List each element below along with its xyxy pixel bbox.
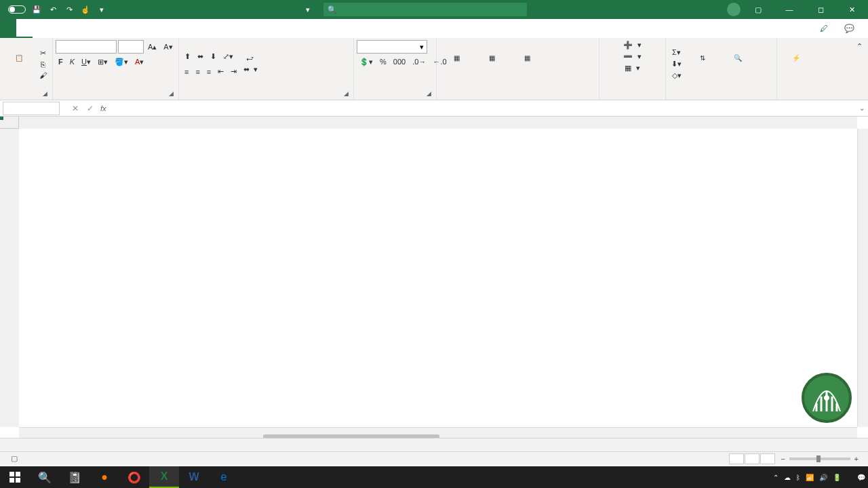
tab-review[interactable] — [98, 19, 114, 38]
search-input[interactable] — [341, 5, 523, 14]
currency-button[interactable]: 💲▾ — [357, 56, 376, 68]
zoom-slider[interactable] — [789, 458, 850, 460]
page-break-view-button[interactable] — [760, 453, 775, 464]
indent-inc-button[interactable]: ⇥ — [228, 66, 239, 77]
tab-file[interactable] — [0, 19, 16, 38]
underline-button[interactable]: U▾ — [79, 56, 94, 68]
tab-view[interactable] — [114, 19, 130, 38]
format-painter-button[interactable]: 🖌 — [37, 70, 50, 81]
fill-color-button[interactable]: 🪣▾ — [112, 56, 131, 68]
taskbar-app-2[interactable]: ● — [90, 466, 119, 488]
sort-filter-button[interactable]: ⇅ — [686, 42, 719, 87]
taskbar-app-3[interactable]: ⭕ — [119, 466, 149, 488]
taskbar-edge[interactable]: e — [209, 466, 239, 488]
tray-onedrive-icon[interactable]: ☁ — [784, 474, 791, 481]
horizontal-scrollbar[interactable] — [19, 427, 857, 438]
align-bottom-button[interactable]: ⬇ — [208, 51, 219, 62]
spreadsheet-grid[interactable] — [0, 117, 868, 438]
fill-button[interactable]: ⬇▾ — [669, 58, 684, 70]
clipboard-launcher[interactable]: ◢ — [43, 90, 51, 98]
align-middle-button[interactable]: ⬌ — [195, 51, 206, 62]
save-icon[interactable]: 💾 — [31, 4, 42, 15]
notifications-icon[interactable]: 💬 — [857, 474, 865, 481]
autosave-toggle[interactable] — [5, 5, 26, 14]
copy-button[interactable]: ⎘ — [37, 59, 50, 70]
tray-volume-icon[interactable]: 🔊 — [819, 474, 827, 481]
number-launcher[interactable]: ◢ — [427, 90, 435, 98]
macro-record-icon[interactable]: ▢ — [11, 454, 18, 463]
tab-help[interactable] — [130, 19, 146, 38]
taskbar-excel[interactable]: X — [149, 466, 179, 488]
format-cells-button[interactable]: ▦ ▾ — [602, 62, 663, 74]
redo-icon[interactable]: ↷ — [64, 4, 75, 15]
font-size-combo[interactable] — [118, 40, 144, 54]
cell-styles-button[interactable]: ▦ — [510, 42, 544, 87]
expand-formula-bar-icon[interactable]: ⌄ — [856, 104, 868, 112]
tab-start[interactable] — [16, 19, 33, 38]
tab-data[interactable] — [81, 19, 98, 38]
delete-cells-button[interactable]: ➖ ▾ — [602, 51, 663, 62]
font-color-button[interactable]: A▾ — [132, 56, 146, 68]
indent-dec-button[interactable]: ⇤ — [215, 66, 226, 77]
fx-icon[interactable]: fx — [98, 104, 109, 113]
comma-button[interactable]: 000 — [391, 56, 408, 67]
ideas-button[interactable]: ⚡ — [780, 42, 812, 87]
clear-button[interactable]: ◇▾ — [669, 70, 684, 81]
cut-button[interactable]: ✂ — [37, 47, 50, 59]
taskbar-app-1[interactable]: 📓 — [60, 466, 90, 488]
page-layout-view-button[interactable] — [745, 453, 760, 464]
find-select-button[interactable]: 🔍 — [721, 42, 755, 87]
tab-formulas[interactable] — [65, 19, 81, 38]
share-button[interactable]: 🖊 — [814, 22, 836, 35]
format-as-table-button[interactable]: ▦ — [475, 42, 509, 87]
inc-decimal-button[interactable]: .0→ — [410, 56, 429, 67]
taskbar-word[interactable]: W — [179, 466, 209, 488]
scrollbar-thumb[interactable] — [263, 434, 439, 439]
search-box[interactable]: 🔍 — [323, 3, 527, 16]
maximize-icon[interactable]: ◻ — [807, 0, 834, 19]
close-icon[interactable]: ✕ — [838, 0, 865, 19]
document-title[interactable]: ▾ — [303, 5, 310, 14]
tab-power-pivot[interactable] — [146, 19, 163, 38]
paste-button[interactable]: 📋 — [3, 42, 35, 87]
enter-formula-icon[interactable]: ✓ — [83, 104, 98, 113]
touch-mode-icon[interactable]: ☝ — [80, 4, 91, 15]
insert-cells-button[interactable]: ➕ ▾ — [602, 39, 663, 51]
tray-bluetooth-icon[interactable]: ᛒ — [796, 474, 800, 481]
cancel-formula-icon[interactable]: ✕ — [68, 104, 83, 113]
align-left-button[interactable]: ≡ — [182, 66, 191, 77]
minimize-icon[interactable]: — — [776, 0, 803, 19]
formula-input[interactable] — [109, 104, 856, 113]
qat-more-icon[interactable]: ▾ — [96, 4, 107, 15]
undo-icon[interactable]: ↶ — [47, 4, 58, 15]
tray-expand-icon[interactable]: ⌃ — [773, 474, 778, 481]
tray-battery-icon[interactable]: 🔋 — [833, 474, 841, 481]
ribbon-mode-icon[interactable]: ▢ — [745, 0, 772, 19]
grow-font-button[interactable]: A▴ — [145, 41, 159, 53]
conditional-formatting-button[interactable]: ▦ — [439, 42, 473, 87]
align-top-button[interactable]: ⬆ — [182, 51, 193, 62]
orientation-button[interactable]: ⤢▾ — [220, 51, 236, 62]
search-taskbar-icon[interactable]: 🔍 — [30, 466, 60, 488]
border-button[interactable]: ⊞▾ — [95, 56, 111, 68]
font-name-combo[interactable] — [56, 40, 117, 54]
start-button[interactable] — [0, 466, 30, 488]
zoom-out-button[interactable]: − — [781, 455, 785, 463]
tab-page-layout[interactable] — [49, 19, 65, 38]
font-launcher[interactable]: ◢ — [169, 90, 177, 98]
user-avatar[interactable] — [727, 3, 741, 16]
tray-wifi-icon[interactable]: 📶 — [806, 474, 814, 481]
align-center-button[interactable]: ≡ — [193, 66, 202, 77]
align-launcher[interactable]: ◢ — [344, 90, 352, 98]
normal-view-button[interactable] — [729, 453, 744, 464]
vertical-scrollbar[interactable] — [857, 129, 868, 427]
collapse-ribbon-icon[interactable]: ⌃ — [854, 41, 865, 52]
italic-button[interactable]: K — [67, 56, 77, 67]
bold-button[interactable]: F — [56, 56, 66, 67]
select-all-triangle[interactable] — [0, 117, 19, 129]
tab-insert[interactable] — [33, 19, 49, 38]
percent-button[interactable]: % — [377, 56, 389, 67]
number-format-combo[interactable]: ▾ — [357, 40, 427, 54]
wrap-text-button[interactable]: ⮐ — [241, 53, 260, 64]
align-right-button[interactable]: ≡ — [204, 66, 214, 77]
